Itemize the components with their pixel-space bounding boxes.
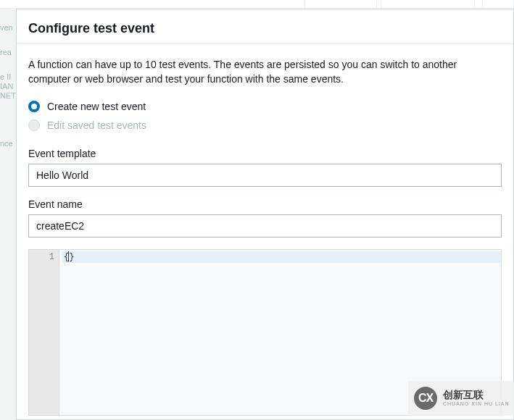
watermark-logo-icon: CX xyxy=(414,387,437,410)
radio-label: Create new test event xyxy=(47,101,146,112)
watermark-cn: 创新互联 xyxy=(443,390,510,400)
code-line: {} xyxy=(62,251,501,263)
text-cursor xyxy=(68,251,69,261)
radio-create-new-test-event[interactable]: Create new test event xyxy=(28,97,502,116)
configure-test-event-modal: Configure test event A function can have… xyxy=(16,9,514,420)
modal-header: Configure test event xyxy=(17,9,513,44)
bg-top-bar xyxy=(0,0,514,9)
radio-label: Edit saved test events xyxy=(47,119,146,131)
event-template-field: Event template xyxy=(28,148,502,187)
event-name-label: Event name xyxy=(28,198,502,210)
gutter-line-number: 1 xyxy=(29,251,54,263)
watermark-text: 创新互联 CHUANG XIN HU LIAN xyxy=(443,390,510,406)
event-mode-radio-group: Create new test event Edit saved test ev… xyxy=(28,97,502,135)
event-template-select[interactable] xyxy=(28,164,502,187)
radio-selected-icon xyxy=(28,101,40,112)
modal-title: Configure test event xyxy=(28,21,502,36)
modal-body: A function can have up to 10 test events… xyxy=(17,44,513,416)
radio-edit-saved-test-events: Edit saved test events xyxy=(28,116,502,135)
event-name-input[interactable] xyxy=(28,214,502,238)
event-template-label: Event template xyxy=(28,148,502,159)
modal-description: A function can have up to 10 test events… xyxy=(28,57,502,87)
watermark-en: CHUANG XIN HU LIAN xyxy=(443,401,510,407)
code-gutter: 1 xyxy=(29,250,59,415)
event-name-field: Event name xyxy=(28,198,502,238)
watermark-badge: CX 创新互联 CHUANG XIN HU LIAN xyxy=(408,381,514,416)
radio-disabled-icon xyxy=(28,119,40,131)
